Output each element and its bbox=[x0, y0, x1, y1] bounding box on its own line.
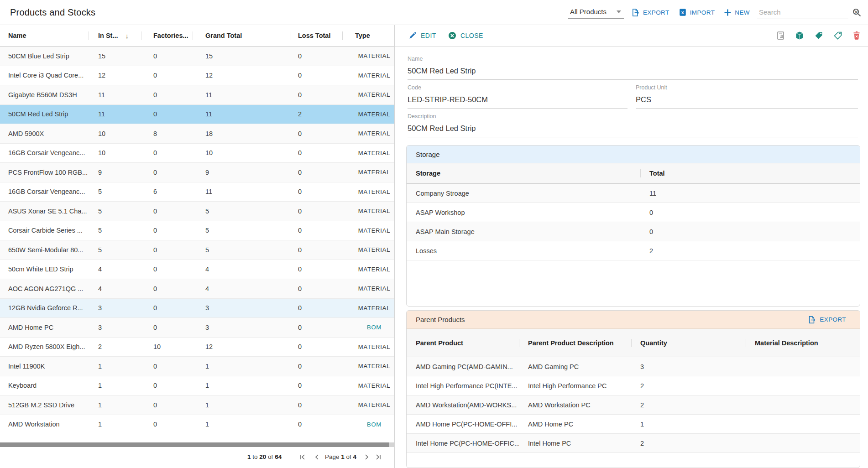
cell-in-stock: 5 bbox=[89, 188, 141, 195]
close-button[interactable]: CLOSE bbox=[448, 31, 483, 40]
column-header-in-stock[interactable]: In St... ↓ bbox=[89, 25, 141, 46]
horizontal-scrollbar-thumb[interactable] bbox=[0, 442, 389, 447]
cell-type: MATERIAL bbox=[342, 401, 394, 408]
code-field-value[interactable]: LED-STRIP-RED-50CM bbox=[408, 94, 627, 109]
cell-storage-name: Company Stroage bbox=[407, 190, 640, 197]
parent-export-button[interactable]: EXPORT bbox=[808, 316, 846, 324]
cell-type: MATERIAL bbox=[342, 72, 394, 79]
column-header-factories[interactable]: Factories... bbox=[141, 25, 193, 46]
description-field-label: Description bbox=[408, 112, 858, 120]
cell-factories: 0 bbox=[141, 169, 193, 176]
cell-in-stock: 2 bbox=[89, 343, 141, 350]
search-input[interactable] bbox=[757, 8, 852, 16]
cell-parent-description: Intel High Performance PC bbox=[519, 382, 631, 390]
table-row[interactable]: AOC AGON AG271QG ... 4 0 4 0 MATERIAL bbox=[0, 279, 394, 299]
cell-loss-total: 0 bbox=[291, 324, 342, 331]
cell-type: MATERIAL bbox=[342, 130, 394, 137]
new-button[interactable]: NEW bbox=[722, 7, 752, 18]
last-page-button[interactable] bbox=[375, 454, 382, 460]
cell-parent-product: Intel Home PC(PC-HOME-OFFIC... bbox=[407, 440, 519, 447]
parent-export-label: EXPORT bbox=[820, 316, 846, 323]
cell-type: MATERIAL bbox=[342, 285, 394, 292]
cell-parent-description: AMD Gaming PC bbox=[519, 363, 631, 370]
cell-factories: 0 bbox=[141, 304, 193, 312]
table-row[interactable]: 50cm White LED Strip 4 0 4 0 MATERIAL bbox=[0, 260, 394, 280]
next-page-button[interactable] bbox=[363, 454, 370, 460]
storage-row: ASAP Main Storage 0 bbox=[407, 222, 860, 241]
table-row[interactable]: 12GB Nvidia Geforce R... 3 0 3 0 MATERIA… bbox=[0, 299, 394, 318]
product-unit-field-value[interactable]: PCS bbox=[636, 94, 858, 109]
cell-parent-product: AMD Home PC(PC-HOME-OFFI... bbox=[407, 421, 519, 428]
table-row[interactable]: Intel Core i3 Quad Core... 12 0 12 0 MAT… bbox=[0, 66, 394, 86]
table-row[interactable]: Corsair Carbide Series ... 5 0 5 0 MATER… bbox=[0, 221, 394, 241]
table-row[interactable]: 50CM Red Led Strip 11 0 11 2 MATERIAL bbox=[0, 105, 394, 125]
edit-button[interactable]: EDIT bbox=[408, 31, 436, 40]
name-field-value[interactable]: 50CM Red Led Strip bbox=[408, 66, 858, 80]
cell-loss-total: 0 bbox=[291, 188, 342, 195]
tag-filled-icon[interactable] bbox=[814, 31, 823, 40]
table-row[interactable]: AMD Workstation 1 0 1 0 BOM bbox=[0, 415, 394, 435]
cell-factories: 0 bbox=[141, 421, 193, 428]
table-row[interactable]: 16GB Corsair Vengeanc... 10 0 10 0 MATER… bbox=[0, 144, 394, 163]
cell-grand-total: 12 bbox=[193, 72, 291, 79]
cell-type: MATERIAL bbox=[342, 227, 394, 234]
table-row[interactable]: Keyboard 1 0 1 0 MATERIAL bbox=[0, 376, 394, 396]
table-row[interactable]: 50CM Blue Led Strip 15 0 15 0 MATERIAL bbox=[0, 47, 394, 66]
search-icon[interactable] bbox=[852, 8, 862, 17]
page-title: Products and Stocks bbox=[10, 7, 95, 18]
table-row[interactable]: 650W Semi-Modular 80... 5 0 5 0 MATERIAL bbox=[0, 240, 394, 260]
table-row[interactable]: AMD Home PC 3 0 3 0 BOM bbox=[0, 318, 394, 338]
cell-factories: 0 bbox=[141, 246, 193, 254]
product-card-icon[interactable] bbox=[776, 31, 785, 40]
table-row[interactable]: Gigabyte B560M DS3H 11 0 11 0 MATERIAL bbox=[0, 85, 394, 105]
product-filter-select[interactable]: All Products bbox=[568, 6, 624, 19]
parent-product-row: Intel High Performance PC(INTE... Intel … bbox=[407, 376, 860, 395]
parent-product-row: AMD Gaming PC(AMD-GAMIN... AMD Gaming PC… bbox=[407, 357, 860, 376]
search-area: ✕ bbox=[757, 5, 862, 19]
cell-loss-total: 0 bbox=[291, 285, 342, 292]
cell-grand-total: 3 bbox=[193, 324, 291, 331]
column-header-loss-total[interactable]: Loss Total bbox=[291, 25, 342, 46]
cell-grand-total: 11 bbox=[193, 91, 291, 99]
column-header-name[interactable]: Name bbox=[0, 25, 89, 46]
cell-grand-total: 12 bbox=[193, 343, 291, 350]
parent-products-title: Parent Products bbox=[416, 316, 465, 323]
storage-row: ASAP Workshop 0 bbox=[407, 203, 860, 222]
package-box-icon[interactable] bbox=[795, 31, 804, 40]
table-row[interactable]: PCS FrontFlow 100 RGB... 9 0 9 0 MATERIA… bbox=[0, 163, 394, 182]
cell-factories: 0 bbox=[141, 382, 193, 389]
cell-type: MATERIAL bbox=[342, 188, 394, 195]
cell-storage-total: 2 bbox=[640, 247, 860, 255]
table-row[interactable]: 16GB Corsair Vengeanc... 5 6 11 0 MATERI… bbox=[0, 182, 394, 202]
cell-type: MATERIAL bbox=[342, 246, 394, 253]
first-page-button[interactable] bbox=[299, 454, 306, 460]
cell-factories: 0 bbox=[141, 363, 193, 370]
export-button[interactable]: EXPORT bbox=[629, 6, 671, 19]
cell-in-stock: 1 bbox=[89, 401, 141, 409]
column-header-grand-total[interactable]: Grand Total bbox=[193, 25, 291, 46]
table-row[interactable]: 512GB M.2 SSD Drive 1 0 1 0 MATERIAL bbox=[0, 395, 394, 415]
cell-type: MATERIAL bbox=[342, 266, 394, 273]
description-field-value[interactable]: 50CM Red Led Strip bbox=[408, 123, 858, 137]
previous-page-button[interactable] bbox=[314, 454, 320, 460]
cell-loss-total: 0 bbox=[291, 382, 342, 389]
table-row[interactable]: AMD Ryzen 5800X Eigh... 2 10 12 0 MATERI… bbox=[0, 338, 394, 357]
cell-type: MATERIAL bbox=[342, 52, 394, 59]
import-button[interactable]: x IMPORT bbox=[677, 6, 717, 18]
cell-name: Keyboard bbox=[0, 382, 89, 389]
cell-loss-total: 0 bbox=[291, 304, 342, 312]
table-row[interactable]: AMD 5900X 10 8 18 0 MATERIAL bbox=[0, 124, 394, 144]
parent-products-section: Parent Products EXPORT Parent Product Pa… bbox=[406, 310, 860, 468]
cell-type: MATERIAL bbox=[342, 208, 394, 214]
cell-name: 650W Semi-Modular 80... bbox=[0, 246, 89, 254]
cell-loss-total: 0 bbox=[291, 208, 342, 215]
cell-loss-total: 0 bbox=[291, 169, 342, 176]
chevron-down-icon bbox=[617, 10, 621, 13]
column-header-type[interactable]: Type bbox=[342, 25, 394, 46]
excel-file-icon: x bbox=[679, 8, 687, 16]
table-row[interactable]: ASUS Xonar SE 5.1 Cha... 5 0 5 0 MATERIA… bbox=[0, 202, 394, 221]
table-row[interactable]: Intel 11900K 1 0 1 0 MATERIAL bbox=[0, 357, 394, 376]
trash-delete-icon[interactable] bbox=[852, 31, 861, 40]
tag-outline-icon[interactable] bbox=[833, 31, 842, 40]
cell-type: MATERIAL bbox=[342, 363, 394, 369]
